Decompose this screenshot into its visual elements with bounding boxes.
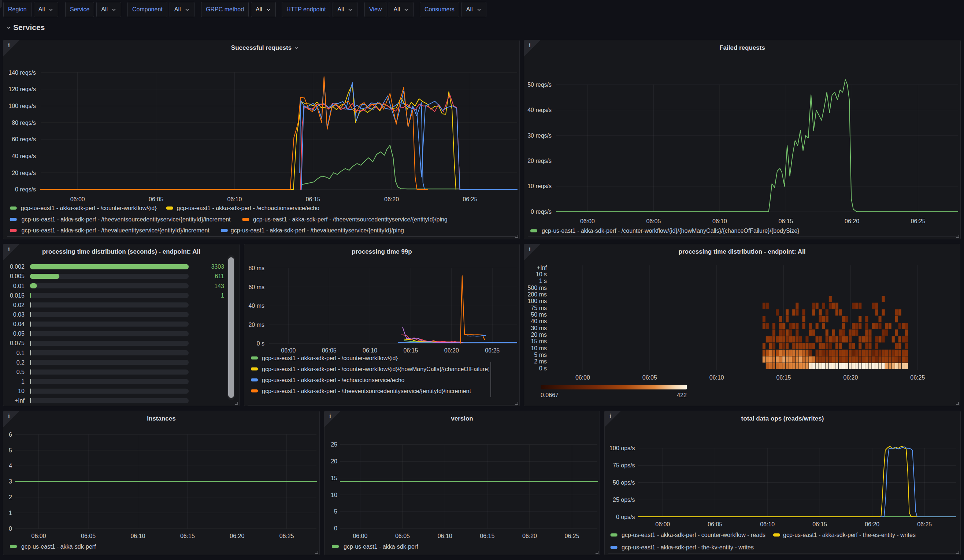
svg-text:75 ms: 75 ms	[531, 305, 547, 311]
svg-text:20 ms: 20 ms	[531, 332, 547, 338]
svg-text:5: 5	[9, 447, 12, 453]
svg-text:10 s: 10 s	[536, 271, 547, 278]
svg-text:06:10: 06:10	[363, 347, 377, 354]
svg-text:5: 5	[334, 508, 337, 515]
svg-text:06:05: 06:05	[81, 533, 96, 539]
svg-text:06:00: 06:00	[655, 521, 670, 528]
svg-text:0 reqs/s: 0 reqs/s	[15, 186, 36, 193]
svg-text:06:05: 06:05	[642, 375, 657, 381]
svg-text:06:25: 06:25	[917, 521, 932, 528]
svg-text:0 s: 0 s	[539, 365, 547, 372]
svg-text:gcp-us-east1 - akka-sdk-perf -: gcp-us-east1 - akka-sdk-perf - /thevalue…	[231, 227, 404, 234]
svg-text:0.015: 0.015	[10, 292, 24, 299]
svg-text:20 reqs/s: 20 reqs/s	[12, 170, 36, 176]
svg-text:422: 422	[677, 392, 687, 398]
svg-text:06:15: 06:15	[813, 521, 827, 528]
svg-text:gcp-us-east1 - akka-sdk-perf -: gcp-us-east1 - akka-sdk-perf - /theevent…	[21, 216, 231, 222]
svg-text:+Inf: +Inf	[537, 265, 547, 271]
svg-text:15 ms: 15 ms	[531, 338, 547, 344]
svg-text:2 ms: 2 ms	[534, 358, 547, 365]
svg-text:25 ops/s: 25 ops/s	[613, 497, 635, 503]
svg-text:06:10: 06:10	[227, 196, 242, 203]
svg-text:06:20: 06:20	[522, 533, 537, 539]
svg-text:06:25: 06:25	[280, 533, 294, 539]
svg-text:10 reqs/s: 10 reqs/s	[528, 183, 552, 189]
svg-text:100 ops/s: 100 ops/s	[609, 445, 635, 451]
svg-text:0.002: 0.002	[10, 263, 24, 270]
svg-text:40 reqs/s: 40 reqs/s	[528, 107, 552, 113]
svg-text:10: 10	[18, 388, 24, 394]
svg-text:1: 1	[21, 378, 24, 385]
svg-text:0.2: 0.2	[16, 359, 24, 366]
svg-text:3: 3	[9, 478, 12, 485]
svg-text:gcp-us-east1 - akka-sdk-perf -: gcp-us-east1 - akka-sdk-perf - the-kv-en…	[622, 544, 754, 550]
svg-text:0.1: 0.1	[16, 350, 24, 356]
svg-text:0: 0	[9, 526, 12, 532]
svg-text:0 ops/s: 0 ops/s	[616, 514, 635, 520]
svg-text:1 s: 1 s	[539, 278, 547, 284]
svg-text:80 reqs/s: 80 reqs/s	[12, 120, 36, 126]
svg-text:10 ms: 10 ms	[531, 345, 547, 351]
svg-text:0 s: 0 s	[257, 340, 264, 347]
svg-text:06:10: 06:10	[710, 375, 724, 381]
svg-text:200 ms: 200 ms	[528, 291, 547, 297]
svg-text:100 reqs/s: 100 reqs/s	[8, 103, 36, 109]
svg-text:gcp-us-east1 - akka-sdk-perf -: gcp-us-east1 - akka-sdk-perf - /counter-…	[542, 228, 800, 234]
svg-text:0.005: 0.005	[10, 273, 24, 279]
svg-text:06:20: 06:20	[865, 521, 879, 528]
svg-text:06:20: 06:20	[845, 218, 859, 224]
svg-text:15: 15	[331, 475, 337, 481]
svg-text:06:25: 06:25	[911, 218, 925, 224]
svg-text:30 ms: 30 ms	[531, 325, 547, 331]
svg-text:50 reqs/s: 50 reqs/s	[528, 82, 552, 88]
svg-text:1: 1	[221, 292, 224, 299]
svg-text:0: 0	[334, 525, 337, 531]
svg-text:06:00: 06:00	[281, 347, 296, 354]
svg-text:gcp-us-east1 - akka-sdk-perf -: gcp-us-east1 - akka-sdk-perf - /theevent…	[262, 388, 471, 394]
svg-text:gcp-us-east1 - akka-sdk-perf -: gcp-us-east1 - akka-sdk-perf - /counter-…	[262, 366, 520, 372]
svg-text:40 ms: 40 ms	[248, 303, 264, 309]
svg-text:06:10: 06:10	[712, 218, 727, 224]
svg-text:1: 1	[9, 510, 12, 516]
svg-text:gcp-us-east1 - akka-sdk-perf -: gcp-us-east1 - akka-sdk-perf - counter-w…	[622, 532, 765, 538]
svg-text:06:25: 06:25	[910, 375, 925, 381]
svg-text:06:15: 06:15	[403, 347, 418, 354]
svg-text:0.075: 0.075	[10, 340, 24, 346]
svg-text:80 ms: 80 ms	[248, 265, 264, 271]
svg-text:60 ms: 60 ms	[248, 284, 264, 290]
svg-text:5 ms: 5 ms	[534, 352, 547, 358]
svg-text:gcp-us-east1 - akka-sdk-perf -: gcp-us-east1 - akka-sdk-perf - /thevalue…	[21, 227, 210, 234]
svg-text:40 reqs/s: 40 reqs/s	[12, 153, 36, 159]
svg-text:06:00: 06:00	[31, 533, 46, 539]
svg-text:6: 6	[9, 432, 12, 438]
svg-text:60 reqs/s: 60 reqs/s	[12, 136, 36, 142]
svg-text:50 ms: 50 ms	[531, 312, 547, 318]
svg-text:25: 25	[331, 442, 337, 448]
svg-text:143: 143	[214, 283, 224, 289]
svg-text:50 ops/s: 50 ops/s	[613, 479, 635, 486]
svg-text:06:20: 06:20	[444, 347, 459, 354]
svg-text:0.03: 0.03	[13, 312, 24, 318]
svg-text:06:00: 06:00	[70, 196, 85, 203]
svg-text:gcp-us-east1 - akka-sdk-perf: gcp-us-east1 - akka-sdk-perf	[344, 544, 418, 550]
svg-text:06:15: 06:15	[180, 533, 195, 539]
svg-text:0.04: 0.04	[13, 321, 24, 327]
svg-text:20 ms: 20 ms	[248, 322, 264, 328]
svg-text:06:00: 06:00	[575, 375, 590, 381]
svg-text:06:05: 06:05	[646, 218, 661, 224]
svg-text:500 ms: 500 ms	[528, 285, 547, 291]
svg-text:06:15: 06:15	[306, 196, 321, 203]
svg-text:3303: 3303	[211, 263, 224, 270]
svg-text:0 reqs/s: 0 reqs/s	[531, 209, 552, 215]
svg-text:140 reqs/s: 140 reqs/s	[8, 70, 36, 76]
svg-text:0.5: 0.5	[16, 369, 24, 375]
svg-text:20: 20	[331, 458, 337, 464]
svg-text:06:25: 06:25	[565, 533, 580, 539]
svg-text:06:10: 06:10	[438, 533, 452, 539]
svg-text:75 ops/s: 75 ops/s	[613, 462, 635, 469]
svg-text:100 ms: 100 ms	[528, 298, 547, 304]
svg-text:06:25: 06:25	[462, 196, 477, 203]
svg-text:06:05: 06:05	[322, 347, 337, 354]
svg-text:611: 611	[215, 273, 224, 279]
svg-text:06:10: 06:10	[760, 521, 775, 528]
